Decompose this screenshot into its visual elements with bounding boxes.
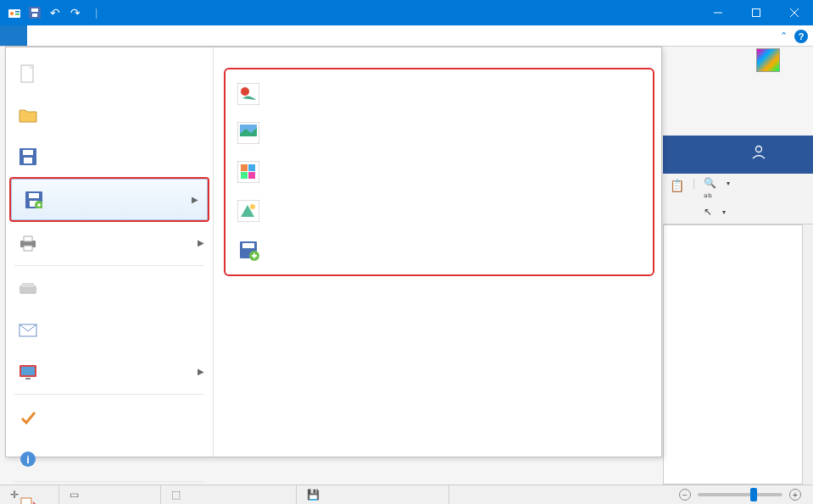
submenu-arrow-icon: ▶ [192, 195, 198, 204]
save-as-bmp[interactable] [226, 152, 653, 191]
svg-point-1 [10, 12, 14, 15]
svg-text:i: i [26, 453, 30, 466]
svg-rect-15 [24, 158, 32, 163]
svg-rect-37 [241, 164, 248, 171]
file-menu-list: ▶ ▶ ▶ i [6, 47, 214, 457]
scanner-icon [18, 279, 38, 299]
svg-point-11 [756, 147, 762, 152]
find-icon: 🔍 [704, 177, 716, 189]
svg-rect-8 [752, 9, 760, 17]
color-palette [680, 47, 687, 55]
new-icon [18, 64, 38, 84]
wallpaper-icon [18, 362, 38, 382]
maximize-button[interactable] [737, 0, 775, 25]
svg-rect-31 [21, 498, 31, 505]
menu-scanner [6, 268, 213, 309]
open-icon [18, 105, 38, 125]
menu-create[interactable] [6, 53, 213, 94]
paste-dropdown-icon[interactable]: 📋 [670, 179, 684, 192]
svg-rect-39 [241, 172, 248, 179]
png-icon [237, 83, 259, 105]
svg-rect-2 [15, 11, 19, 13]
svg-rect-44 [242, 243, 254, 248]
zoom-slider-thumb[interactable] [750, 488, 757, 501]
background-document [663, 224, 803, 485]
gif-icon [237, 200, 259, 222]
svg-rect-21 [24, 236, 32, 241]
replace-icon: ᵃᵇ [704, 191, 712, 203]
color-wheel-icon [756, 48, 780, 72]
redo-icon[interactable]: ↷ [66, 3, 85, 22]
zoom-controls: − + [660, 489, 813, 501]
save-as-jpeg[interactable] [226, 114, 653, 152]
submenu-arrow-icon: ▶ [198, 238, 204, 247]
save-icon[interactable] [25, 3, 44, 22]
checkmark-icon [18, 407, 38, 428]
background-word-ribbon: 📋 | 🔍▾ ᵃᵇ ↖▾ [663, 136, 813, 224]
disk-icon: 💾 [307, 489, 320, 501]
menu-exit[interactable] [6, 484, 213, 504]
vertical-scrollbar[interactable] [803, 224, 813, 485]
edit-colors-button[interactable] [756, 48, 780, 74]
bmp-icon [237, 161, 259, 183]
file-tab[interactable] [0, 25, 27, 46]
select-icon: ↖ [704, 206, 712, 218]
zoom-in-button[interactable]: + [789, 489, 801, 501]
submenu-heading [217, 56, 661, 68]
file-size: 💾 [297, 485, 449, 504]
select-button[interactable]: ↖▾ [704, 206, 730, 218]
menu-wallpaper[interactable]: ▶ [6, 351, 213, 392]
menu-properties[interactable] [6, 396, 213, 438]
other-formats-icon [237, 239, 259, 261]
email-icon [18, 320, 38, 341]
save-as-icon [24, 190, 44, 210]
menu-save-as[interactable]: ▶ [11, 179, 208, 220]
menu-save[interactable] [6, 136, 213, 177]
zoom-out-button[interactable]: − [679, 489, 691, 501]
svg-rect-38 [248, 164, 255, 171]
svg-rect-28 [25, 378, 31, 379]
quick-access-toolbar: ↶ ↷ [0, 3, 90, 22]
find-button[interactable]: 🔍▾ [704, 177, 730, 189]
help-icon[interactable]: ? [794, 30, 808, 43]
close-button[interactable] [775, 0, 813, 25]
title-separator: | [95, 7, 97, 19]
svg-rect-24 [22, 283, 34, 287]
menu-open[interactable] [6, 94, 213, 136]
exit-icon [18, 495, 38, 505]
svg-rect-5 [31, 8, 38, 12]
save-as-other[interactable] [226, 230, 653, 269]
svg-rect-40 [248, 172, 255, 179]
app-icon [5, 3, 24, 22]
minimize-button[interactable] [699, 0, 737, 25]
user-icon [751, 144, 766, 159]
submenu-arrow-icon: ▶ [198, 367, 204, 376]
svg-point-33 [241, 87, 249, 96]
menu-email[interactable] [6, 309, 213, 351]
svg-point-42 [250, 204, 255, 209]
save-floppy-icon [18, 147, 38, 167]
jpeg-icon [237, 122, 259, 144]
file-menu-backstage: ▶ ▶ ▶ i [5, 47, 662, 457]
collapse-ribbon-icon[interactable]: ⌃ [780, 30, 788, 42]
titlebar: ↶ ↷ | [0, 0, 813, 25]
save-as-submenu [214, 47, 661, 457]
svg-rect-14 [23, 150, 33, 155]
info-icon: i [18, 449, 38, 469]
zoom-slider[interactable] [698, 493, 782, 496]
save-as-png[interactable] [226, 75, 653, 114]
print-icon [18, 233, 38, 253]
svg-rect-3 [15, 14, 19, 15]
menu-print[interactable]: ▶ [6, 222, 213, 263]
menu-about[interactable]: i [6, 438, 213, 479]
replace-button[interactable]: ᵃᵇ [704, 191, 730, 203]
svg-rect-27 [21, 367, 35, 375]
svg-rect-17 [29, 193, 39, 198]
svg-rect-22 [24, 246, 32, 251]
svg-rect-6 [32, 14, 37, 17]
save-as-gif[interactable] [226, 191, 653, 230]
undo-icon[interactable]: ↶ [46, 3, 64, 22]
window-controls [699, 0, 813, 25]
ribbon-tabstrip: ⌃ ? [0, 25, 813, 47]
